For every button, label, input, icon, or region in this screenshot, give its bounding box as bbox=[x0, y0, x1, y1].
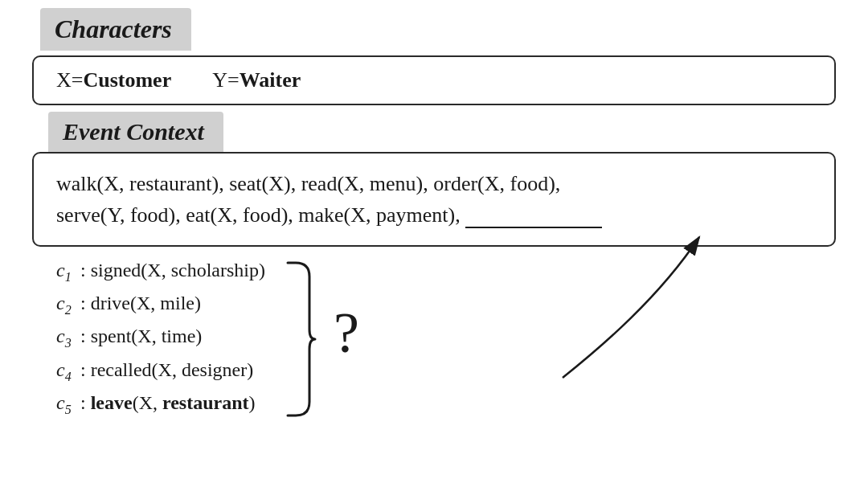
event-line1: walk(X, restaurant), seat(X), read(X, me… bbox=[56, 168, 812, 199]
question-mark: ? bbox=[334, 300, 359, 366]
curly-brace bbox=[281, 259, 317, 420]
list-item: c1 : signed(X, scholarship) bbox=[56, 255, 265, 288]
event-context-title: Event Context bbox=[63, 118, 204, 145]
main-container: Characters X=Customer Y=Waiter Event Con… bbox=[0, 0, 868, 479]
y-label: Y bbox=[212, 68, 227, 92]
event-line2-text: serve(Y, food), eat(X, food), make(X, pa… bbox=[56, 203, 461, 227]
characters-title: Characters bbox=[55, 14, 172, 43]
x-label: X bbox=[56, 68, 72, 92]
event-context-box: walk(X, restaurant), seat(X), read(X, me… bbox=[32, 152, 836, 247]
characters-header: Characters bbox=[40, 8, 191, 51]
characters-box: X=Customer Y=Waiter bbox=[32, 55, 836, 105]
event-context-header: Event Context bbox=[48, 112, 223, 152]
list-item: c4 : recalled(X, designer) bbox=[56, 354, 265, 387]
list-item: c5 : leave(X, restaurant) bbox=[56, 387, 265, 420]
y-value: Waiter bbox=[240, 68, 301, 92]
candidates-section: c1 : signed(X, scholarship) c2 : drive(X… bbox=[56, 255, 844, 420]
answer-blank bbox=[465, 227, 602, 228]
x-value: Customer bbox=[83, 68, 171, 92]
list-item: c2 : drive(X, mile) bbox=[56, 288, 265, 321]
candidates-list: c1 : signed(X, scholarship) c2 : drive(X… bbox=[56, 255, 273, 420]
event-line2: serve(Y, food), eat(X, food), make(X, pa… bbox=[56, 199, 812, 231]
list-item: c3 : spent(X, time) bbox=[56, 321, 265, 354]
